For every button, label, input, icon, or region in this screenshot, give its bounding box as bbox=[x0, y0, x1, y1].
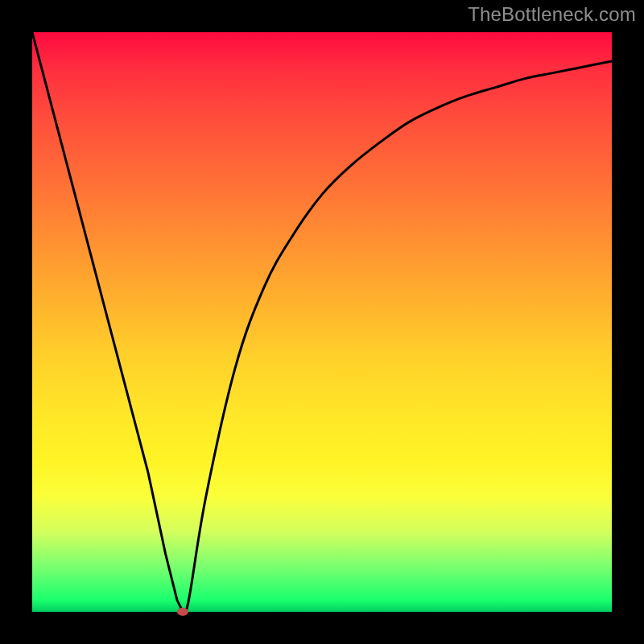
curve-svg bbox=[32, 32, 612, 612]
bottleneck-curve-path bbox=[32, 32, 612, 612]
minimum-marker bbox=[177, 608, 188, 616]
plot-area bbox=[32, 32, 612, 612]
chart-frame: TheBottleneck.com bbox=[0, 0, 644, 644]
watermark-label: TheBottleneck.com bbox=[468, 3, 636, 26]
